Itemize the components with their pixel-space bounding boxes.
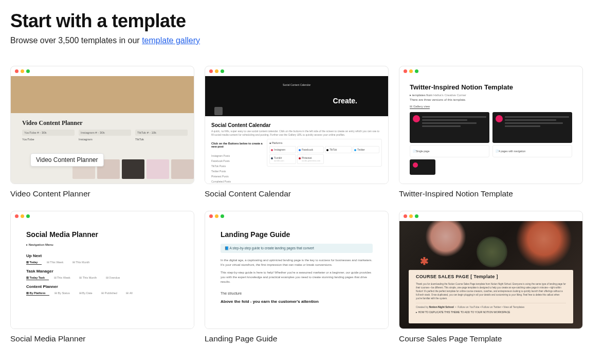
preview-platform-cell: Facebook: [297, 146, 324, 153]
preview-stat: TikTok # - 10k: [135, 130, 188, 136]
template-thumbnail[interactable]: Landing Page Guide 📘 A step-by-step guid…: [205, 211, 389, 329]
preview-heading: Video Content Planner: [22, 119, 83, 127]
template-thumbnail[interactable]: Social Content Calendar Create. Social C…: [205, 66, 389, 184]
preview-paragraph: In the digital age, a captivating and op…: [221, 258, 373, 267]
template-thumbnail[interactable]: Video Content Planner YouTube # - 30k In…: [10, 66, 194, 184]
preview-tabs: ⊞ Today ⊞ This Week ⊞ This Month: [26, 261, 178, 264]
preview-subheading: The structure: [221, 292, 373, 295]
template-card-twitter-inspired[interactable]: Twitter-Inspired Notion Template ▸ templ…: [399, 66, 583, 198]
preview-hero-text: Create.: [333, 97, 357, 105]
preview-platform-cell: Instagram: [269, 146, 296, 153]
preview-platform-cell: TikTok: [325, 146, 352, 153]
preview-subheading: Above the fold - you earn the customer's…: [221, 299, 373, 304]
template-title: Course Sales Page Template: [399, 334, 583, 343]
preview-section-heading: Up Next: [26, 253, 178, 258]
preview-how-to: HOW TO DUPLICATE THIS THEME TO ADD TO YO…: [416, 311, 566, 314]
preview-platform-cell: Tumblrtumblr.com: [269, 154, 296, 164]
preview-nav: Navigation Menu: [26, 243, 178, 246]
window-controls: [399, 211, 582, 221]
window-controls: [399, 66, 582, 76]
page-title: Start with a template: [10, 10, 593, 32]
window-controls: [205, 66, 388, 76]
template-card-social-content-calendar[interactable]: Social Content Calendar Create. Social C…: [205, 66, 389, 198]
preview-heading: COURSE SALES PAGE [ Template ]: [416, 274, 566, 279]
preview-platform-cell: Twitter: [353, 146, 379, 153]
template-title: Twitter-Inspired Notion Template: [399, 189, 583, 198]
template-title: Video Content Planner: [10, 189, 194, 198]
subtitle-text: Browse over 3,500 templates in our: [10, 36, 142, 45]
window-controls: [11, 66, 194, 76]
preview-tooltip: Video Content Planner: [30, 153, 104, 167]
template-title: Social Content Calendar: [205, 189, 389, 198]
window-controls: [11, 211, 194, 221]
preview-meta: Created by Notion Night School • Follow …: [416, 303, 566, 308]
preview-byline: ▸ templates from Hafsa's Creative Corner: [410, 93, 572, 97]
preview-caption: 📄 Single page: [410, 145, 489, 157]
preview-heading: Landing Page Guide: [221, 230, 373, 239]
template-card-landing-page-guide[interactable]: Landing Page Guide 📘 A step-by-step guid…: [205, 211, 389, 343]
template-thumbnail[interactable]: ✱ COURSE SALES PAGE [ Template ] Thank y…: [399, 211, 583, 329]
preview-subtext: There are three versions of this templat…: [410, 98, 572, 101]
preview-heading: Social Media Planner: [26, 230, 178, 239]
preview-tabs: ⊞ Today Task ⊞ This Week ⊞ This Month ⊞ …: [26, 276, 178, 279]
preview-tab: ⊞ Gallery view: [410, 104, 430, 109]
page-subtitle: Browse over 3,500 templates in our templ…: [10, 36, 593, 45]
preview-description: A quick, no frills, super easy to use so…: [211, 130, 382, 137]
template-card-video-content-planner[interactable]: Video Content Planner YouTube # - 30k In…: [10, 66, 194, 198]
preview-panel-heading: ■ Platforms: [269, 141, 379, 144]
preview-heading: Twitter-Inspired Notion Template: [410, 83, 572, 91]
preview-sidebar-list: Instagram Posts Facebook Posts TikTok Po…: [211, 153, 231, 184]
preview-section-heading: Task Manager: [26, 269, 178, 274]
template-thumbnail[interactable]: Social Media Planner Navigation Menu Up …: [10, 211, 194, 329]
preview-caption: 📄 4 pages with navigation: [492, 145, 572, 157]
template-thumbnail[interactable]: Twitter-Inspired Notion Template ▸ templ…: [399, 66, 583, 184]
preview-platform-cell: Pinterestnordic.pinterest.com: [297, 154, 324, 164]
preview-tabs: ⊞ By Platform ⊞ By Status ⊞ By Date ⊞ Pu…: [26, 292, 178, 295]
preview-section-heading: Content Planner: [26, 284, 178, 289]
template-title: Social Media Planner: [10, 334, 194, 343]
preview-label: Click on the Buttons below to create a n…: [211, 142, 263, 148]
preview-label: TikTok: [135, 138, 188, 141]
preview-stat: Instagram # - 30k: [79, 130, 131, 136]
template-gallery-link[interactable]: template gallery: [142, 36, 200, 45]
preview-label: YouTube: [22, 138, 75, 141]
preview-stat: YouTube # - 30k: [22, 130, 75, 136]
preview-body: Thank you for downloading the Notion Cou…: [416, 282, 566, 300]
preview-heading: Social Content Calendar: [211, 122, 271, 128]
asterisk-icon: ✱: [420, 255, 429, 267]
preview-callout: 📘 A step-by-step guide to create landing…: [221, 244, 373, 253]
template-grid: Video Content Planner YouTube # - 30k In…: [10, 66, 593, 343]
template-card-course-sales-page[interactable]: ✱ COURSE SALES PAGE [ Template ] Thank y…: [399, 211, 583, 343]
preview-hero-subtitle: Social Content Calendar: [283, 83, 310, 86]
preview-paragraph: This step-by-step guide is here to help!…: [221, 270, 373, 284]
preview-label: Instagram: [79, 138, 131, 141]
window-controls: [205, 211, 388, 221]
template-title: Landing Page Guide: [205, 334, 389, 343]
template-card-social-media-planner[interactable]: Social Media Planner Navigation Menu Up …: [10, 211, 194, 343]
